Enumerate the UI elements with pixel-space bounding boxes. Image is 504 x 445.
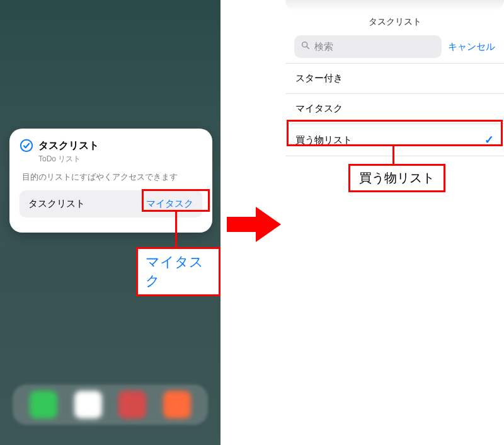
list-item-label: スター付き <box>295 72 343 84</box>
sheet-title: タスクリスト <box>285 16 504 28</box>
list-item-shopping[interactable]: 買う物リスト ✓ <box>285 124 504 156</box>
widget-title: タスクリスト <box>38 139 99 153</box>
cancel-button[interactable]: キャンセル <box>448 41 495 53</box>
widget-config-card: タスクリスト ToDo リスト 目的のリストにすばやくアクセスできます タスクリ… <box>9 129 212 233</box>
widget-header: タスクリスト <box>20 139 202 153</box>
dock-app-icon <box>74 391 102 419</box>
search-row: 検索 キャンセル <box>285 35 504 58</box>
right-phone-screen: タスクリスト 検索 キャンセル スター付き マイタスク 買う物リスト ✓ <box>285 0 504 445</box>
dock-blurred <box>13 384 208 425</box>
arrow-right-icon <box>227 207 281 242</box>
search-input[interactable]: 検索 <box>294 35 442 58</box>
left-phone-screen: タスクリスト ToDo リスト 目的のリストにすばやくアクセスできます タスクリ… <box>0 0 220 445</box>
list-item-label: マイタスク <box>295 103 343 115</box>
checkmark-icon: ✓ <box>484 133 494 147</box>
list-item-starred[interactable]: スター付き <box>285 64 504 94</box>
widget-row-label: タスクリスト <box>28 198 85 210</box>
list-item-mytasks[interactable]: マイタスク <box>285 94 504 124</box>
list-picker-sheet: タスクリスト 検索 キャンセル スター付き マイタスク 買う物リスト ✓ <box>285 0 504 445</box>
widget-description: 目的のリストにすばやくアクセスできます <box>22 172 202 183</box>
list-item-label: 買う物リスト <box>295 134 352 146</box>
svg-marker-1 <box>227 207 281 242</box>
svg-line-3 <box>307 47 309 49</box>
annotation-callout-label: マイタスク <box>136 247 220 296</box>
dock-app-icon <box>30 391 57 419</box>
svg-point-2 <box>302 42 307 47</box>
annotation-connector-line <box>175 212 177 247</box>
checkmark-circle-icon <box>20 139 33 153</box>
widget-subtitle: ToDo リスト <box>38 154 202 165</box>
search-icon <box>301 40 311 53</box>
search-placeholder: 検索 <box>314 41 333 53</box>
annotation-connector-line <box>392 146 394 164</box>
dock-app-icon <box>118 391 146 419</box>
widget-row-value: マイタスク <box>146 198 193 210</box>
dock-app-icon <box>163 391 191 419</box>
annotation-callout-label: 買う物リスト <box>348 164 445 192</box>
task-list-options: スター付き マイタスク 買う物リスト ✓ <box>285 63 504 156</box>
